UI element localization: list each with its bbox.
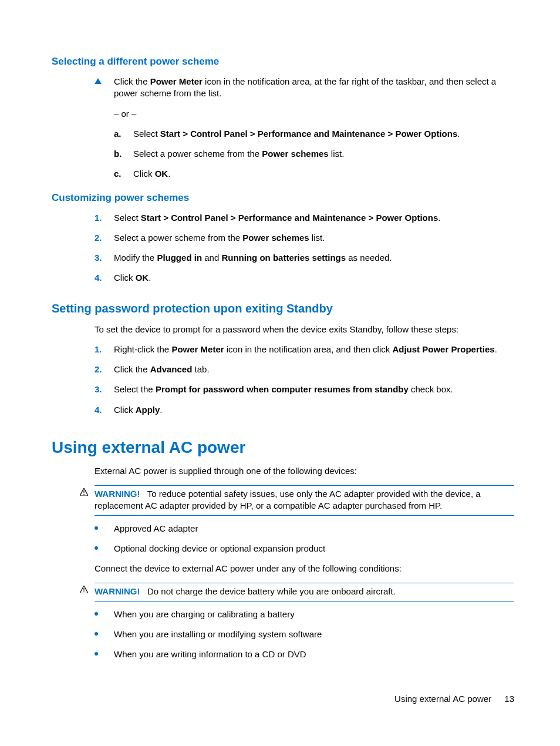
body-text: Click the Power Meter icon in the notifi…	[114, 76, 514, 100]
warning-box: WARNING! Do not charge the device batter…	[80, 583, 514, 601]
warning-label: WARNING!	[95, 489, 140, 499]
step-1: 1. Select Start > Control Panel > Perfor…	[95, 212, 514, 224]
warning-box: WARNING! To reduce potential safety issu…	[80, 485, 514, 516]
body-text: External AC power is supplied through on…	[95, 465, 514, 477]
body-text: Click OK.	[114, 272, 151, 284]
step-marker: 4.	[95, 404, 114, 416]
bullet-icon	[95, 629, 114, 636]
step-2: 2. Select a power scheme from the Power …	[95, 232, 514, 244]
warning-icon	[80, 485, 95, 499]
step-3: 3. Modify the Plugged in and Running on …	[95, 252, 514, 264]
bullet-icon	[95, 609, 114, 616]
body-text: Select the Prompt for password when comp…	[114, 384, 453, 395]
body-text: Select a power scheme from the Power sch…	[133, 148, 344, 160]
step-marker: b.	[114, 148, 133, 160]
step-marker: 3.	[95, 252, 114, 264]
bullet-icon	[95, 543, 114, 550]
warning-content: WARNING! Do not charge the device batter…	[95, 583, 514, 601]
step-c: c. Click OK.	[114, 168, 514, 180]
page-footer: Using external AC power 13	[394, 694, 514, 704]
step-a: a. Select Start > Control Panel > Perfor…	[114, 128, 514, 140]
warning-text: Do not charge the device battery while y…	[147, 586, 396, 596]
body-text: Click Apply.	[114, 404, 163, 416]
warning-icon	[80, 583, 95, 596]
svg-point-1	[83, 494, 85, 495]
body-text: To set the device to prompt for a passwo…	[95, 324, 514, 335]
bullet-icon	[95, 523, 114, 530]
warning-text: To reduce potential safety issues, use o…	[95, 489, 481, 510]
warning-content: WARNING! To reduce potential safety issu…	[95, 485, 514, 516]
heading-external-ac-power: Using external AC power	[52, 438, 514, 457]
step-1: 1. Right-click the Power Meter icon in t…	[95, 344, 514, 355]
body-text: Optional docking device or optional expa…	[114, 543, 325, 555]
or-separator: – or –	[114, 108, 514, 120]
page-number: 13	[504, 694, 514, 704]
step-marker: 1.	[95, 344, 114, 355]
bullet-item: Optional docking device or optional expa…	[95, 543, 514, 555]
warning-label: WARNING!	[95, 586, 140, 596]
body-text: Click OK.	[133, 168, 170, 180]
svg-point-3	[83, 592, 85, 593]
step-4: 4. Click OK.	[95, 272, 514, 284]
body-text: Click the Advanced tab.	[114, 364, 210, 375]
heading-customizing-schemes: Customizing power schemes	[52, 192, 514, 204]
heading-selecting-scheme: Selecting a different power scheme	[52, 56, 514, 68]
body-text: When you are charging or calibrating a b…	[114, 609, 295, 620]
body-text: Select Start > Control Panel > Performan…	[114, 212, 440, 224]
body-text: Select Start > Control Panel > Performan…	[133, 128, 460, 140]
triangle-icon	[95, 76, 114, 84]
step-2: 2. Click the Advanced tab.	[95, 364, 514, 375]
step-marker: 2.	[95, 364, 114, 375]
step-marker: a.	[114, 128, 133, 140]
heading-password-standby: Setting password protection upon exiting…	[52, 302, 514, 315]
bullet-item: When you are installing or modifying sys…	[95, 629, 514, 640]
bullet-item: When you are charging or calibrating a b…	[95, 609, 514, 620]
body-text: When you are writing information to a CD…	[114, 648, 306, 660]
body-text: Right-click the Power Meter icon in the …	[114, 344, 497, 355]
step-b: b. Select a power scheme from the Power …	[114, 148, 514, 160]
step-marker: 4.	[95, 272, 114, 284]
triangle-item: Click the Power Meter icon in the notifi…	[95, 76, 514, 100]
body-text: Select a power scheme from the Power sch…	[114, 232, 325, 244]
step-marker: 2.	[95, 232, 114, 244]
body-text: Approved AC adapter	[114, 523, 198, 535]
step-marker: 1.	[95, 212, 114, 224]
bullet-icon	[95, 648, 114, 656]
body-text: Connect the device to external AC power …	[95, 563, 514, 574]
bullet-item: Approved AC adapter	[95, 523, 514, 535]
bullet-item: When you are writing information to a CD…	[95, 648, 514, 660]
body-text: When you are installing or modifying sys…	[114, 629, 322, 640]
step-marker: 3.	[95, 384, 114, 395]
step-4: 4. Click Apply.	[95, 404, 514, 416]
step-3: 3. Select the Prompt for password when c…	[95, 384, 514, 395]
footer-text: Using external AC power	[394, 694, 491, 704]
body-text: Modify the Plugged in and Running on bat…	[114, 252, 392, 264]
document-page: Selecting a different power scheme Click…	[0, 0, 560, 692]
step-marker: c.	[114, 168, 133, 180]
